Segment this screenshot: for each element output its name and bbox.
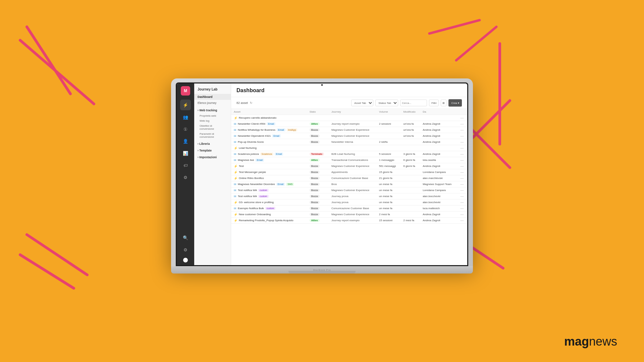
asset-name-cell: ⚡ Remarketing Prodotto_Popup Spinta Acqu… xyxy=(231,218,307,224)
stato-cell: Bozza xyxy=(307,181,329,187)
journey-cell: Comunicazioni Customer Base xyxy=(329,175,376,181)
row-menu-icon[interactable]: — xyxy=(460,146,464,150)
journey-icon: ⚡ xyxy=(234,146,237,150)
nav-item-elenco[interactable]: Elenco journey xyxy=(194,100,231,106)
row-menu-icon[interactable]: — xyxy=(460,206,464,210)
sidebar-icon-journey[interactable]: ⚡ xyxy=(180,100,191,110)
journey-icon: ⚡ xyxy=(234,201,237,204)
row-menu-cell[interactable]: — xyxy=(458,212,467,218)
sidebar-icon-search[interactable]: 🔍 xyxy=(180,232,191,243)
stato-cell: Bozza xyxy=(307,199,329,205)
asset-name-cell: ✉ Magnews live Email xyxy=(231,157,307,163)
refresh-icon[interactable]: ↻ xyxy=(250,101,253,105)
journey-icon: ⚡ xyxy=(234,171,237,174)
row-menu-cell[interactable]: — xyxy=(458,175,467,181)
email-icon: ✉ xyxy=(234,195,236,198)
filter-button[interactable]: Filtri xyxy=(429,100,439,106)
row-menu-cell[interactable]: — xyxy=(458,145,467,151)
nav-sub-parametri[interactable]: Parametri di conversione xyxy=(194,131,231,139)
row-menu-cell[interactable]: — xyxy=(458,127,467,133)
nav-sub-weblog[interactable]: Web log xyxy=(194,118,231,123)
row-menu-icon[interactable]: — xyxy=(460,200,464,204)
da-cell: luca.mattesich xyxy=(420,205,458,212)
row-menu-cell[interactable]: — xyxy=(458,187,467,193)
row-menu-cell[interactable]: — xyxy=(458,139,467,145)
row-menu-cell[interactable]: — xyxy=(458,218,467,224)
laptop-screen: M ⚡ 👥 ① 👤 📊 🏷 ⚙ 🔍 ⚙ Journey Lab Das xyxy=(177,83,467,265)
row-menu-cell[interactable]: — xyxy=(458,199,467,205)
create-button[interactable]: Crea ▾ xyxy=(448,99,462,107)
mod-cell xyxy=(400,181,420,187)
email-icon: ✉ xyxy=(234,140,236,144)
row-menu-icon[interactable]: — xyxy=(460,158,464,162)
row-menu-icon[interactable]: — xyxy=(460,194,464,198)
toolbar: 82 asset ↻ Asset Tab Status Tab Filtri ⊞… xyxy=(231,97,467,109)
da-cell: Loredana Campara xyxy=(420,169,458,175)
sidebar-icon-chart[interactable]: 📊 xyxy=(180,148,191,159)
da-cell: Andrea Zagroli xyxy=(420,218,458,224)
volume-cell: un mese fa xyxy=(376,193,400,199)
row-menu-icon[interactable]: — xyxy=(460,176,464,180)
webcam xyxy=(321,84,323,86)
svg-line-7 xyxy=(20,255,74,288)
sidebar-icon-profile[interactable]: 👤 xyxy=(180,136,191,146)
row-menu-icon[interactable]: — xyxy=(460,182,464,186)
nav-sub-obiettivi[interactable]: Obiettivi di conversione xyxy=(194,123,231,131)
row-menu-cell[interactable]: — xyxy=(458,133,467,139)
row-menu-icon[interactable]: — xyxy=(460,122,464,126)
table-row: ✉ Notifica WhatsApp for Business Email I… xyxy=(231,127,467,133)
nav-section-impostazioni[interactable]: › Impostazioni xyxy=(194,154,231,160)
asset-name-cell: ⚡ Online Ritiro Bonifico xyxy=(231,175,307,181)
asset-tab-select[interactable]: Asset Tab xyxy=(351,100,373,106)
row-menu-cell[interactable]: — xyxy=(458,193,467,199)
nav-item-dashboard[interactable]: Dashboard xyxy=(194,94,231,100)
row-menu-icon[interactable]: — xyxy=(460,170,464,174)
nav-section-webtracking[interactable]: › Web tracking xyxy=(194,107,231,113)
nav-section-template[interactable]: › Template xyxy=(194,147,231,154)
svg-line-2 xyxy=(429,20,480,34)
sidebar-icon-settings[interactable]: ⚙ xyxy=(180,172,191,183)
nav-brand: Journey Lab xyxy=(194,86,231,94)
sidebar-icon-config[interactable]: ⚙ xyxy=(180,244,191,255)
row-menu-icon[interactable]: — xyxy=(460,134,464,138)
row-menu-cell[interactable]: — xyxy=(458,157,467,163)
row-menu-cell[interactable]: — xyxy=(458,205,467,212)
sidebar-icon-tag[interactable]: 🏷 xyxy=(180,160,191,171)
nav-sub-proprietaweb[interactable]: Proprietà web xyxy=(194,113,231,118)
row-menu-icon[interactable]: — xyxy=(460,164,464,168)
status-badge: Bozza xyxy=(310,134,320,137)
row-menu-icon[interactable]: — xyxy=(460,140,464,144)
row-menu-icon[interactable]: — xyxy=(460,219,464,222)
row-menu-cell[interactable]: — xyxy=(458,121,467,127)
journey-cell: Appointments xyxy=(329,169,376,175)
magnews-brand: magnews xyxy=(564,335,617,349)
row-menu-cell[interactable]: — xyxy=(458,181,467,187)
sidebar-icon-data[interactable]: ① xyxy=(180,124,191,134)
tag-email: Email xyxy=(267,122,275,125)
row-menu-icon[interactable]: — xyxy=(460,152,464,156)
row-menu-icon[interactable]: — xyxy=(460,213,464,216)
nav-section-libreria[interactable]: › Libreria xyxy=(194,141,231,147)
mod-cell xyxy=(400,169,420,175)
status-badge: Attivo xyxy=(310,159,320,162)
sidebar-icon-users[interactable]: 👥 xyxy=(180,112,191,122)
status-tab-select[interactable]: Status Tab xyxy=(375,100,398,106)
asset-name-cell: ✉ Magnews Newsletter Dicembre Email SMS xyxy=(231,181,307,187)
row-menu-icon[interactable]: — xyxy=(460,116,464,120)
status-badge: Bozza xyxy=(310,177,320,180)
col-actions xyxy=(458,109,467,115)
email-icon: ✉ xyxy=(234,122,236,126)
row-menu-cell[interactable]: — xyxy=(458,169,467,175)
volume-cell xyxy=(376,133,400,139)
row-menu-icon[interactable]: — xyxy=(460,188,464,192)
row-menu-cell[interactable]: — xyxy=(458,115,467,121)
journey-cell: Magnews Customer Experience xyxy=(329,127,376,133)
asset-name-cell: ⚡ Lead Nurturing xyxy=(231,145,307,151)
row-menu-icon[interactable]: — xyxy=(460,128,464,132)
journey-icon: ⚡ xyxy=(234,213,237,216)
row-menu-cell[interactable]: — xyxy=(458,163,467,169)
stato-cell: Bozza xyxy=(307,175,329,181)
row-menu-cell[interactable]: — xyxy=(458,151,467,157)
grid-view-button[interactable]: ⊞ xyxy=(441,100,446,106)
search-input[interactable] xyxy=(400,100,427,106)
